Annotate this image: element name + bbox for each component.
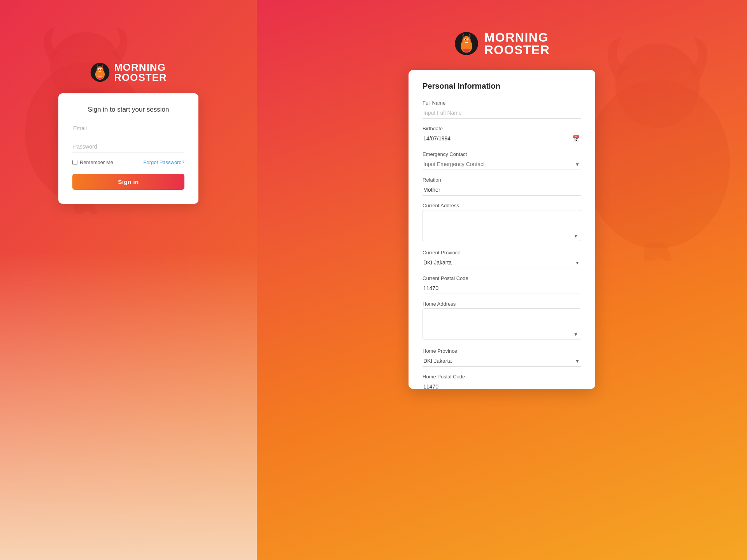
current-province-select[interactable]: DKI Jakarta [423, 257, 581, 268]
home-postal-label: Home Postal Code [423, 374, 581, 380]
login-card-wrapper: MORNING ROOSTER Sign in to start your se… [58, 62, 198, 204]
emergency-contact-arrow: ▼ [575, 162, 580, 167]
password-field-wrapper [72, 141, 184, 152]
calendar-icon[interactable]: 📅 [572, 135, 580, 142]
home-postal-field: Home Postal Code [423, 374, 581, 389]
home-address-arrow: ▼ [573, 332, 578, 337]
current-postal-input[interactable] [423, 283, 581, 294]
left-bottom-fade [0, 252, 257, 560]
left-panel: MORNING ROOSTER Sign in to start your se… [0, 0, 257, 560]
brand-logo: MORNING ROOSTER [58, 62, 198, 82]
home-province-select[interactable]: DKI Jakarta [423, 355, 581, 367]
svg-point-18 [465, 39, 466, 40]
login-card: Sign in to start your session Remember M… [58, 93, 198, 204]
remember-me-text: Remember Me [80, 159, 113, 165]
current-address-wrapper: ▼ [423, 210, 581, 243]
personal-info-card: Personal Information Full Name Birthdate… [409, 70, 595, 389]
full-name-label: Full Name [423, 100, 581, 106]
svg-point-8 [99, 69, 100, 70]
home-province-wrapper: DKI Jakarta ▼ [423, 355, 581, 367]
relation-label: Relation [423, 177, 581, 183]
birthdate-input-wrapper: 📅 [423, 133, 581, 144]
current-province-field: Current Province DKI Jakarta ▼ [423, 250, 581, 268]
signin-button[interactable]: Sign in [72, 174, 184, 190]
birthdate-label: Birthdate [423, 126, 581, 131]
remember-me-label[interactable]: Remember Me [72, 159, 113, 165]
current-address-label: Current Address [423, 203, 581, 208]
brand-line2: ROOSTER [114, 72, 167, 82]
full-name-input[interactable] [423, 107, 581, 119]
current-address-textarea[interactable] [423, 210, 581, 241]
home-address-textarea[interactable] [423, 308, 581, 340]
full-name-field: Full Name [423, 100, 581, 119]
svg-point-9 [101, 69, 102, 70]
emergency-contact-wrapper: ▼ [423, 159, 581, 170]
current-province-label: Current Province [423, 250, 581, 256]
emergency-contact-input[interactable] [423, 159, 581, 170]
password-input[interactable] [72, 141, 184, 152]
current-postal-label: Current Postal Code [423, 275, 581, 281]
current-address-field: Current Address ▼ [423, 203, 581, 243]
emergency-contact-label: Emergency Contact [423, 151, 581, 157]
home-address-wrapper: ▼ [423, 308, 581, 341]
brand-icon-right [454, 31, 479, 56]
current-address-arrow: ▼ [573, 233, 578, 239]
email-field-wrapper [72, 123, 184, 134]
current-postal-field: Current Postal Code [423, 275, 581, 294]
remember-me-checkbox[interactable] [72, 160, 77, 165]
relation-field: Relation [423, 177, 581, 196]
svg-point-10 [98, 76, 102, 78]
right-brand-line1: MORNING [484, 31, 550, 44]
home-address-label: Home Address [423, 301, 581, 307]
right-content: MORNING ROOSTER Personal Information Ful… [257, 0, 747, 560]
brand-line1: MORNING [114, 62, 167, 72]
right-brand-name: MORNING ROOSTER [484, 31, 550, 56]
home-postal-input[interactable] [423, 381, 581, 389]
email-input[interactable] [72, 123, 184, 134]
emergency-contact-field: Emergency Contact ▼ [423, 151, 581, 170]
right-brand-line2: ROOSTER [484, 44, 550, 56]
forgot-password-link[interactable]: Forgot Password? [144, 159, 185, 165]
right-brand: MORNING ROOSTER [454, 31, 550, 56]
relation-input[interactable] [423, 184, 581, 196]
form-card-title: Personal Information [423, 82, 581, 91]
brand-name-left: MORNING ROOSTER [114, 62, 167, 82]
login-title: Sign in to start your session [72, 106, 184, 114]
brand-icon-left [90, 62, 110, 82]
right-panel: MORNING ROOSTER Personal Information Ful… [257, 0, 747, 560]
birthdate-field: Birthdate 📅 [423, 126, 581, 144]
home-address-field: Home Address ▼ [423, 301, 581, 341]
login-options: Remember Me Forgot Password? [72, 159, 184, 165]
svg-point-19 [467, 39, 468, 40]
home-province-label: Home Province [423, 348, 581, 354]
home-province-field: Home Province DKI Jakarta ▼ [423, 348, 581, 367]
current-province-wrapper: DKI Jakarta ▼ [423, 257, 581, 268]
birthdate-input[interactable] [423, 133, 581, 144]
